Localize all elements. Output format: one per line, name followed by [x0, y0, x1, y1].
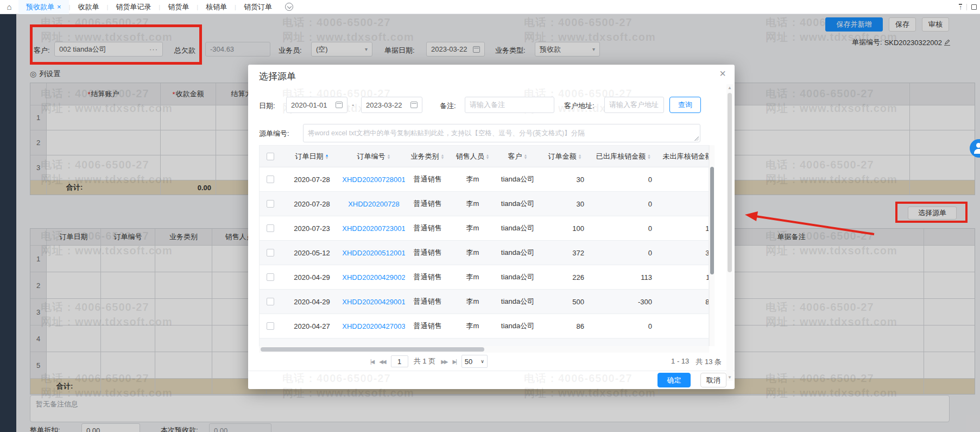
fullscreen-icon[interactable] — [971, 4, 977, 10]
source-order-row[interactable]: 2020-04-27XHDD20200427002普通销售李mtianda公司3… — [260, 339, 709, 346]
sort-icon[interactable]: ▲▼ — [441, 154, 445, 159]
row-checkbox[interactable] — [267, 249, 274, 256]
tab-预收款单[interactable]: 预收款单× — [18, 0, 69, 14]
home-icon[interactable]: ⌂ — [0, 2, 18, 11]
column-header-订单日期[interactable]: 订单日期▲▼ — [281, 146, 343, 167]
checkbox-cell — [260, 192, 281, 216]
checkbox-cell — [260, 290, 281, 314]
tab-核销单[interactable]: 核销单 — [198, 0, 235, 14]
close-tab-icon[interactable]: × — [57, 0, 61, 14]
sort-desc-icon: ▼ — [524, 156, 528, 159]
sort-icon[interactable]: ▲▼ — [578, 154, 582, 159]
column-header-已出库核销金额[interactable]: 已出库核销金额▲▼ — [590, 146, 657, 167]
date-from-input[interactable]: 2020-01-01 — [286, 97, 347, 113]
biz-type-cell: 普通销售 — [405, 167, 450, 191]
prev-page-button[interactable]: ◀◀ — [379, 359, 385, 365]
confirm-button[interactable]: 确定 — [657, 373, 691, 387]
order-date-cell: 2020-05-12 — [281, 241, 343, 265]
source-order-row[interactable]: 2020-07-23XHDD20200723001普通销售李mtianda公司1… — [260, 216, 709, 241]
modal-scrollbar[interactable]: ▲ ▼ — [726, 84, 733, 381]
order-no-link[interactable]: XHDD20200728 — [343, 192, 405, 216]
row-checkbox[interactable] — [267, 298, 274, 305]
row-checkbox[interactable] — [267, 224, 274, 232]
unshipped-settled-cell: 35 — [657, 339, 709, 346]
address-filter-input[interactable]: 请输入客户地址 — [604, 97, 664, 113]
next-page-button[interactable]: ▶▶ — [441, 359, 447, 365]
date-from-value: 2020-01-01 — [291, 101, 336, 109]
column-header-客户[interactable]: 客户▲▼ — [495, 146, 540, 167]
person-icon — [976, 143, 980, 148]
page-input[interactable] — [391, 355, 408, 367]
scroll-down-icon[interactable]: ▼ — [728, 375, 732, 380]
tab-收款单[interactable]: 收款单 — [70, 0, 106, 14]
order-no-link[interactable]: XHDD20200429001 — [343, 290, 405, 314]
customer-cell: tianda公司 — [495, 265, 540, 289]
remark-filter-label: 备注: — [440, 101, 456, 111]
tab-销货单记录[interactable]: 销货单记录 — [108, 0, 159, 14]
remark-filter-input[interactable]: 请输入备注 — [465, 97, 554, 113]
scrollbar-thumb[interactable] — [261, 347, 484, 352]
order-no-link[interactable]: XHDD20200512001 — [343, 241, 405, 265]
modal-title: 选择源单 — [259, 70, 296, 83]
search-button[interactable]: 查询 — [669, 97, 701, 113]
order-no-link[interactable]: XHDD20200427002 — [343, 339, 405, 346]
order-no-link[interactable]: XHDD20200429002 — [343, 265, 405, 289]
row-checkbox[interactable] — [267, 176, 274, 183]
select-all-checkbox-cell — [260, 146, 281, 167]
close-icon[interactable]: × — [719, 68, 726, 79]
source-no-placeholder: 将word excel txt文档中的单号复制粘贴到此处，支持以【空格、逗号、分… — [308, 129, 585, 138]
tabs-dropdown-icon[interactable] — [285, 3, 293, 11]
order-date-cell: 2020-07-28 — [281, 192, 343, 216]
pagination: |◀ ◀◀ 共 1 页 ▶▶ ▶| 50 ∨ — [370, 353, 488, 370]
grid-vertical-scrollbar[interactable] — [709, 145, 715, 346]
order-no-link[interactable]: XHDD20200723001 — [343, 216, 405, 240]
column-header-销售人员[interactable]: 销售人员▲▼ — [450, 146, 495, 167]
source-orders-grid: 订单日期▲▼订单编号▲▼业务类别▲▼销售人员▲▼客户▲▼订单金额▲▼已出库核销金… — [259, 145, 709, 346]
sort-icon[interactable]: ▲▼ — [524, 154, 528, 159]
header-label: 订单金额 — [548, 152, 577, 161]
scrollbar-thumb[interactable] — [728, 93, 732, 272]
unshipped-settled-cell: 372 — [657, 241, 709, 265]
scroll-up-icon[interactable]: ▲ — [728, 85, 732, 90]
sort-icon[interactable]: ▲▼ — [647, 154, 651, 159]
app-window: 电话：4006-6500-27网址：www.tdxsoft.com电话：4006… — [0, 0, 980, 432]
row-checkbox[interactable] — [267, 273, 274, 281]
order-date-cell: 2020-04-29 — [281, 290, 343, 314]
watermark-text: 网址：www.tdxsoft.com — [524, 386, 656, 389]
source-order-row[interactable]: 2020-04-27XHDD20200427003普通销售李mtianda公司8… — [260, 314, 709, 339]
order-no-link[interactable]: XHDD20200728001 — [343, 167, 405, 191]
first-page-button[interactable]: |◀ — [370, 359, 374, 365]
row-checkbox[interactable] — [267, 200, 274, 208]
page-size-select[interactable]: 50 ∨ — [461, 355, 488, 368]
sort-icon[interactable]: ▲▼ — [387, 154, 391, 159]
resize-handle[interactable] — [694, 136, 699, 141]
source-order-row[interactable]: 2020-07-28XHDD20200728001普通销售李mtianda公司3… — [260, 167, 709, 192]
column-header-未出库核销金额[interactable]: 未出库核销金额▲▼ — [657, 146, 709, 167]
source-order-row[interactable]: 2020-07-28XHDD20200728普通销售李mtianda公司3003… — [260, 192, 709, 216]
seller-cell: 李m — [450, 339, 495, 346]
column-header-业务类别[interactable]: 业务类别▲▼ — [405, 146, 450, 167]
row-checkbox[interactable] — [267, 322, 274, 330]
date-to-input[interactable]: 2023-03-22 — [361, 97, 422, 113]
cancel-button[interactable]: 取消 — [700, 373, 726, 387]
grid-horizontal-scrollbar[interactable] — [259, 346, 709, 353]
source-order-row[interactable]: 2020-04-29XHDD20200429002普通销售李mtianda公司2… — [260, 265, 709, 290]
tab-销货单[interactable]: 销货单 — [160, 0, 197, 14]
order-no-link[interactable]: XHDD20200427003 — [343, 314, 405, 338]
sort-desc-icon: ▼ — [647, 156, 651, 159]
last-page-button[interactable]: ▶| — [453, 359, 456, 365]
source-no-textarea[interactable]: 将word excel txt文档中的单号复制粘贴到此处，支持以【空格、逗号、分… — [303, 124, 700, 142]
annotation-red-box-customer — [30, 24, 202, 65]
scrollbar-thumb[interactable] — [710, 167, 714, 274]
watermark-text: 电话：4006-6500-27 — [282, 371, 391, 386]
tab-销货订单[interactable]: 销货订单 — [236, 0, 280, 14]
source-order-row[interactable]: 2020-05-12XHDD20200512001普通销售李mtianda公司3… — [260, 241, 709, 265]
sort-icon[interactable]: ▲▼ — [325, 154, 329, 159]
sort-icon[interactable]: ▲▼ — [486, 154, 490, 159]
source-order-row[interactable]: 2020-04-29XHDD20200429001普通销售李mtianda公司5… — [260, 290, 709, 314]
column-header-订单编号[interactable]: 订单编号▲▼ — [343, 146, 405, 167]
calendar-icon — [410, 102, 418, 108]
select-all-checkbox[interactable] — [267, 153, 274, 160]
scroll-top-icon[interactable]: ↑ — [959, 4, 962, 10]
column-header-订单金额[interactable]: 订单金额▲▼ — [540, 146, 590, 167]
